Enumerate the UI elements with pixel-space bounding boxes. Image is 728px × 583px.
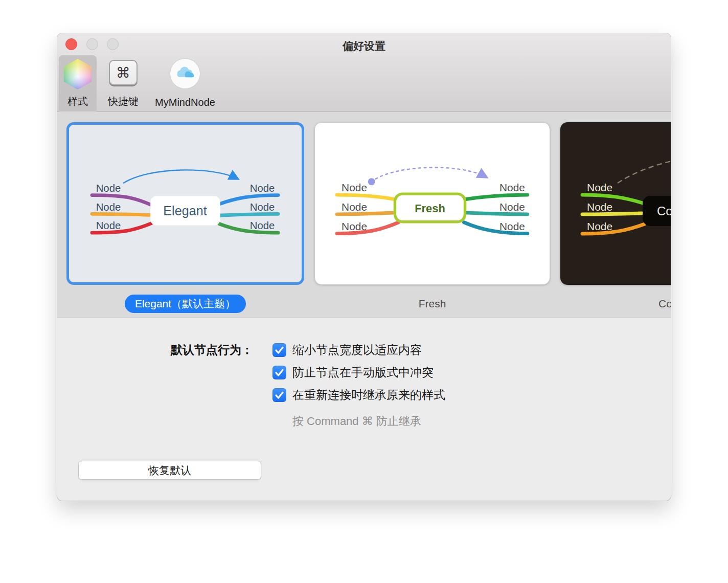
reconnect-arrow (123, 170, 238, 183)
node-label: Node (587, 201, 612, 213)
node-label: Node (342, 220, 367, 232)
node-label: Node (250, 220, 275, 231)
cloud-icon (170, 58, 200, 89)
command-key-icon: ⌘ (109, 60, 138, 85)
node-label: Node (342, 182, 367, 193)
checkbox-label: 在重新连接时继承原来的样式 (292, 388, 445, 402)
node-label: Node (499, 201, 525, 213)
toolbar-item-label: MyMindNode (155, 97, 215, 108)
node-label: Node (587, 220, 612, 232)
branch-line (92, 214, 151, 215)
arrow-start-dot (368, 178, 375, 185)
center-node-label: Co (657, 204, 671, 218)
titlebar: 偏好设置 样式 ⌘ 快捷键 (57, 33, 671, 111)
branch-line (337, 213, 396, 214)
theme-picker-strip: Elegant Node Node Node Node Node Node (57, 111, 671, 317)
checkbox-row-shrink-node-width[interactable]: 缩小节点宽度以适应内容 (272, 343, 422, 357)
toolbar-item-shortcuts[interactable]: ⌘ 快捷键 (104, 55, 142, 111)
node-label: Node (96, 201, 121, 213)
center-node-label: Elegant (163, 204, 207, 218)
reconnect-arrow-dashed (375, 167, 487, 179)
default-node-behavior-label: 默认节点行为： (57, 343, 253, 357)
node-label: Node (96, 183, 121, 194)
checkbox-checked[interactable] (272, 366, 286, 379)
checkbox-row-inherit-style[interactable]: 在重新连接时继承原来的样式 (272, 388, 445, 402)
check-icon (272, 366, 286, 379)
branch-line (337, 195, 396, 199)
command-hint-text: 按 Command ⌘ 防止继承 (292, 414, 421, 429)
branch-line (464, 195, 528, 199)
reconnect-arrow-dashed (618, 152, 671, 183)
theme-caption-fresh: Fresh (314, 295, 550, 313)
checkbox-label: 防止节点在手动版式中冲突 (292, 366, 434, 379)
node-label: Node (499, 182, 525, 193)
checkbox-row-prevent-overlap[interactable]: 防止节点在手动版式中冲突 (272, 366, 434, 379)
toolbar-item-style[interactable]: 样式 (59, 55, 97, 111)
check-icon (272, 343, 286, 357)
branch-line (219, 214, 278, 215)
toolbar-item-label: 样式 (67, 95, 88, 108)
node-label: Node (250, 201, 275, 213)
desktop-background: 偏好设置 样式 ⌘ 快捷键 (0, 0, 728, 583)
branch-line (582, 213, 642, 214)
node-label: Node (499, 220, 525, 232)
toolbar-item-label: 快捷键 (108, 95, 139, 108)
restore-defaults-button[interactable]: 恢复默认 (78, 461, 261, 480)
theme-card-fresh[interactable]: Fresh Node Node Node Node Node Node (314, 122, 550, 285)
check-icon (272, 388, 286, 402)
checkbox-checked[interactable] (272, 388, 286, 402)
style-hexagon-icon (64, 59, 92, 89)
theme-card-dark[interactable]: Co Node Node Node (560, 122, 671, 285)
theme-caption-dark: Co (658, 295, 671, 313)
checkbox-label: 缩小节点宽度以适应内容 (292, 343, 422, 357)
branch-line (464, 213, 528, 214)
node-label: Node (250, 183, 275, 194)
selected-theme-pill: Elegant（默认主题） (125, 295, 246, 313)
node-label: Node (96, 220, 121, 231)
theme-card-elegant[interactable]: Elegant Node Node Node Node Node Node (66, 122, 304, 285)
node-label: Node (342, 201, 367, 213)
center-node-label: Fresh (415, 202, 445, 215)
checkbox-checked[interactable] (272, 343, 286, 357)
toolbar-item-mymindnode[interactable]: MyMindNode (151, 55, 219, 111)
node-label: Node (587, 182, 612, 193)
theme-caption-elegant: Elegant（默认主题） (66, 295, 304, 313)
window-title: 偏好设置 (57, 39, 671, 53)
settings-section: 默认节点行为： 缩小节点宽度以适应内容 防止节点在手动版式中冲突 (57, 317, 671, 501)
preferences-window: 偏好设置 样式 ⌘ 快捷键 (57, 33, 671, 501)
